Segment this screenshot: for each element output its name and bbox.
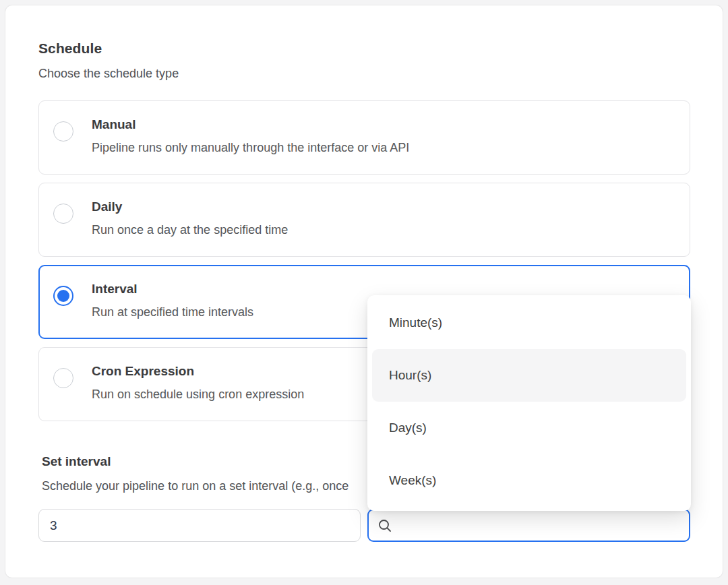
radio-interval[interactable] xyxy=(53,286,73,306)
radio-cron[interactable] xyxy=(53,368,73,388)
option-title-manual: Manual xyxy=(92,117,409,132)
schedule-settings-card: Schedule Choose the schedule type Manual… xyxy=(5,5,723,578)
dropdown-item-days[interactable]: Day(s) xyxy=(372,402,686,454)
interval-unit-select[interactable] xyxy=(367,509,691,542)
option-title-cron: Cron Expression xyxy=(92,364,304,379)
unit-dropdown-panel: Minute(s) Hour(s) Day(s) Week(s) xyxy=(367,295,691,511)
interval-inputs-row xyxy=(38,509,690,542)
radio-daily[interactable] xyxy=(53,204,73,224)
dropdown-item-hours[interactable]: Hour(s) xyxy=(372,349,686,402)
option-desc-daily: Run once a day at the specified time xyxy=(92,223,288,237)
option-desc-cron: Run on schedule using cron expression xyxy=(92,388,304,402)
option-text: Daily Run once a day at the specified ti… xyxy=(92,199,288,237)
interval-value-input[interactable] xyxy=(38,509,361,542)
option-text: Interval Run at specified time intervals xyxy=(92,282,253,319)
dropdown-item-minutes[interactable]: Minute(s) xyxy=(372,297,686,349)
option-card-manual[interactable]: Manual Pipeline runs only manually throu… xyxy=(38,100,690,175)
page-subtitle: Choose the schedule type xyxy=(38,67,690,81)
option-title-interval: Interval xyxy=(92,282,253,297)
option-text: Manual Pipeline runs only manually throu… xyxy=(92,117,409,155)
page-title: Schedule xyxy=(38,40,690,57)
option-desc-manual: Pipeline runs only manually through the … xyxy=(92,141,409,155)
radio-manual[interactable] xyxy=(53,121,73,142)
option-desc-interval: Run at specified time intervals xyxy=(92,305,253,319)
option-title-daily: Daily xyxy=(92,199,288,214)
option-card-daily[interactable]: Daily Run once a day at the specified ti… xyxy=(38,183,690,257)
option-text: Cron Expression Run on schedule using cr… xyxy=(92,364,304,402)
dropdown-item-weeks[interactable]: Week(s) xyxy=(372,454,686,507)
unit-search-input[interactable] xyxy=(392,510,690,541)
search-icon xyxy=(377,518,392,533)
